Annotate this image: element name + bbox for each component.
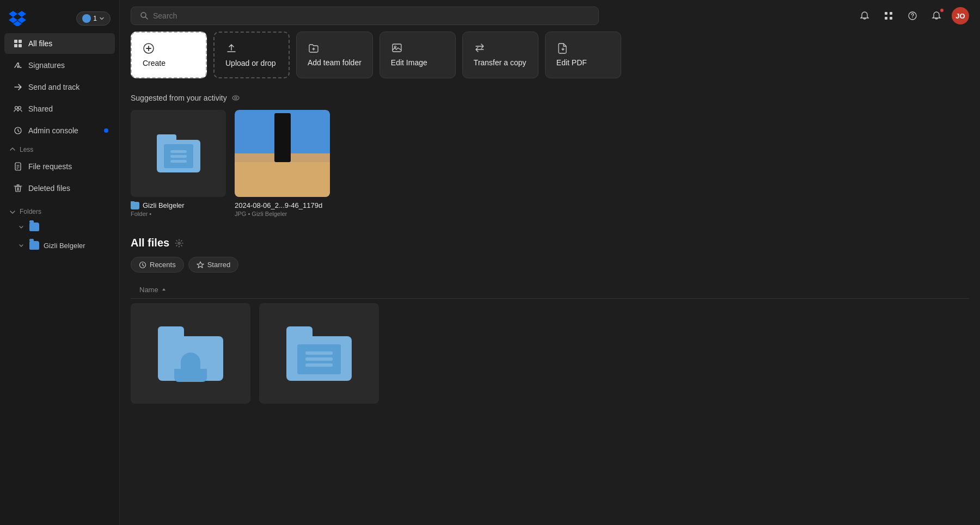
workspace-button[interactable]: 1	[76, 11, 111, 26]
svg-rect-10	[890, 12, 892, 15]
recents-tab[interactable]: Recents	[131, 257, 184, 273]
person-icon	[181, 353, 200, 372]
gf-bar-2	[305, 357, 333, 361]
all-files-settings-button[interactable]	[175, 239, 183, 248]
suggested-thumb-folder	[131, 110, 226, 197]
edit-image-card[interactable]: Edit Image	[379, 32, 456, 78]
edit-pdf-label: Edit PDF	[556, 58, 610, 67]
all-files-title: All files	[131, 237, 169, 249]
edit-pdf-card[interactable]: Edit PDF	[545, 32, 621, 78]
gizli-belgeler-sidebar-label: Gizli Belgeler	[44, 242, 85, 250]
gizli-belgeler-card[interactable]	[259, 303, 379, 404]
user-avatar[interactable]: JO	[952, 7, 969, 24]
svg-rect-11	[885, 17, 887, 20]
chevron-up-icon	[9, 146, 16, 153]
gf-bar-3	[305, 363, 333, 367]
add-team-folder-label: Add team folder	[308, 58, 362, 67]
starred-tab-label: Starred	[207, 261, 231, 269]
search-bar[interactable]	[131, 7, 599, 25]
workspace-avatar	[82, 14, 91, 23]
sidebar-item-all-files[interactable]: All files	[4, 33, 115, 54]
sidebar-item-deleted-files[interactable]: Deleted files	[4, 178, 115, 199]
sidebar-item-file-requests[interactable]: File requests	[4, 156, 115, 177]
svg-point-14	[912, 17, 912, 18]
svg-rect-7	[15, 163, 21, 170]
suggested-item-folder[interactable]: Gizli Belgeler Folder •	[131, 110, 226, 217]
less-toggle[interactable]: Less	[0, 141, 119, 156]
file-requests-icon	[13, 162, 23, 171]
gizli-folder-inner	[297, 344, 341, 374]
sidebar-item-shared[interactable]: Shared	[4, 98, 115, 119]
svg-rect-12	[890, 17, 892, 20]
eye-icon	[231, 94, 240, 102]
send-icon	[13, 82, 23, 92]
upload-label: Upload or drop	[225, 59, 278, 67]
create-label: Create	[143, 59, 195, 67]
building-shape	[274, 113, 291, 162]
notifications-bell-button[interactable]	[856, 7, 873, 24]
content-area: Create Upload or drop Add team folder Ed…	[120, 32, 980, 415]
transfer-copy-label: Transfer a copy	[474, 58, 527, 67]
upload-card[interactable]: Upload or drop	[213, 32, 290, 78]
shared-label: Shared	[28, 104, 53, 113]
all-files-icon	[13, 39, 23, 48]
transfer-icon	[474, 42, 527, 54]
admin-notification-dot	[104, 128, 108, 133]
folders-label: Folders	[20, 208, 41, 215]
folders-section-header[interactable]: Folders	[0, 203, 119, 218]
edit-image-label: Edit Image	[391, 58, 444, 67]
sidebar-item-admin-console[interactable]: Admin console	[4, 120, 115, 141]
gear-icon	[175, 239, 183, 248]
sidebar-folder-unnamed[interactable]	[4, 218, 115, 236]
suggested-item-photo[interactable]: 2024-08-06_2...9-46_1179d JPG • Gizli Be…	[235, 110, 330, 217]
topbar: JO	[120, 0, 980, 32]
suggested-grid: Gizli Belgeler Folder • 2024-08-06_2...9…	[131, 110, 969, 217]
less-label: Less	[20, 146, 33, 153]
svg-point-4	[15, 107, 18, 109]
personal-folder-thumb	[131, 303, 250, 404]
svg-rect-3	[19, 44, 22, 47]
gizli-folder-thumb	[259, 303, 379, 404]
folder-thumbnail-icon	[157, 134, 200, 172]
admin-icon	[13, 126, 23, 135]
suggested-photo-name: 2024-08-06_2...9-46_1179d	[235, 201, 330, 209]
search-icon	[140, 11, 149, 20]
all-files-header: All files	[131, 237, 969, 249]
alert-icon	[932, 11, 941, 21]
name-column-header[interactable]: Name	[139, 286, 960, 294]
transfer-copy-card[interactable]: Transfer a copy	[462, 32, 538, 78]
sidebar-folder-gizli-belgeler[interactable]: Gizli Belgeler	[4, 237, 115, 254]
suggested-photo-meta: JPG • Gizli Belgeler	[235, 211, 330, 217]
suggested-title-text: Suggested from your activity	[131, 94, 227, 102]
apps-grid-button[interactable]	[880, 7, 897, 24]
star-icon	[197, 261, 204, 269]
sidebar-item-send-and-track[interactable]: Send and track	[4, 77, 115, 97]
help-icon	[908, 11, 917, 21]
ground-shape	[235, 162, 330, 197]
sidebar: 1 All files Signatures Send and track Sh…	[0, 0, 120, 525]
dropbox-logo[interactable]	[9, 9, 26, 28]
image-edit-icon	[391, 42, 444, 54]
create-card[interactable]: Create	[131, 32, 207, 78]
deleted-files-icon	[13, 183, 23, 193]
search-input[interactable]	[153, 11, 590, 20]
clock-icon	[139, 261, 146, 269]
starred-tab[interactable]: Starred	[188, 257, 239, 273]
files-table-header: Name	[131, 281, 969, 299]
folder-inner	[164, 144, 193, 168]
personal-folder-card[interactable]	[131, 303, 250, 404]
svg-rect-9	[885, 12, 887, 15]
svg-point-19	[235, 97, 237, 99]
sidebar-item-signatures[interactable]: Signatures	[4, 55, 115, 76]
suggested-thumb-photo	[235, 110, 330, 197]
photo-thumbnail	[235, 110, 330, 197]
small-folder-icon	[131, 202, 139, 209]
folder-icon	[29, 223, 39, 231]
notifications-button[interactable]	[928, 7, 945, 24]
expand-icon	[17, 223, 25, 231]
svg-point-5	[19, 107, 21, 109]
recents-tab-label: Recents	[150, 261, 176, 269]
help-button[interactable]	[904, 7, 921, 24]
all-files-label: All files	[28, 39, 52, 48]
add-team-folder-card[interactable]: Add team folder	[296, 32, 373, 78]
